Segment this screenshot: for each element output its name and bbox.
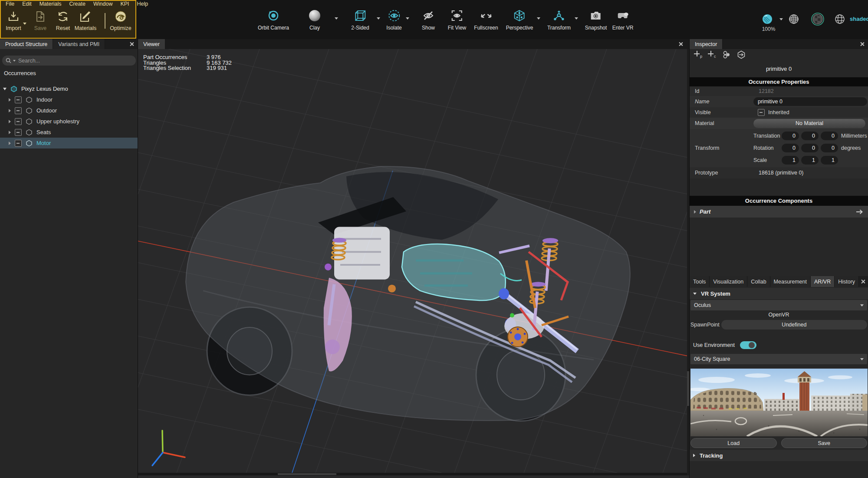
import-button[interactable]: Import (1, 9, 26, 31)
scale-z-field[interactable]: 1 (821, 156, 838, 165)
tree-row-motor[interactable]: Motor (0, 138, 138, 148)
vr-system-select[interactable]: Oculus (690, 300, 867, 310)
add-property-button[interactable]: p (694, 51, 702, 59)
expand-icon[interactable] (9, 109, 11, 112)
isolate-dropdown-caret-icon[interactable] (406, 17, 409, 20)
tab-measurement[interactable]: Measurement (770, 276, 811, 287)
render-dropdown-caret-icon[interactable] (779, 18, 783, 20)
save-button[interactable]: Save (28, 9, 53, 31)
goto-part-arrow-icon[interactable] (856, 209, 863, 214)
rotation-z-field[interactable]: 0 (821, 144, 838, 152)
tab-viewer[interactable]: Viewer (138, 39, 165, 49)
rotation-y-field[interactable]: 0 (801, 144, 819, 152)
orbit-camera-button[interactable]: Orbit Camera (258, 9, 289, 31)
menu-edit[interactable]: Edit (18, 1, 36, 7)
left-panel-close-icon[interactable] (129, 42, 134, 46)
enter-vr-button[interactable]: Enter VR (612, 9, 634, 31)
isolate-button[interactable]: Isolate (386, 9, 401, 31)
two-sided-icon (354, 9, 367, 23)
globe-checker-icon[interactable] (811, 12, 825, 26)
expand-icon[interactable] (9, 120, 11, 123)
two-sided-button[interactable]: 2-Sided (351, 9, 369, 31)
spawnpoint-button[interactable]: Undefined (721, 320, 867, 330)
scale-y-field[interactable]: 1 (801, 156, 819, 165)
material-button[interactable]: No Material (753, 119, 865, 128)
globe-wire-icon[interactable] (788, 13, 799, 25)
snapshot-button[interactable]: Snapshot (585, 9, 607, 31)
clay-dropdown-caret-icon[interactable] (335, 17, 338, 20)
menu-kpi[interactable]: KPI (116, 1, 133, 7)
expand-icon[interactable] (694, 210, 696, 214)
add-component-button[interactable]: c (708, 51, 716, 59)
viewport-canvas[interactable]: Part Occurrences3 976 Triangles9 163 732… (138, 49, 689, 475)
tree-row-outdoor[interactable]: Outdoor (0, 105, 138, 116)
search-input[interactable] (17, 57, 132, 64)
translation-y-field[interactable]: 0 (801, 132, 819, 140)
scale-x-field[interactable]: 1 (782, 156, 799, 165)
translation-x-field[interactable]: 0 (782, 132, 799, 140)
tree-row-upper-upholestry[interactable]: Upper upholestry (0, 116, 138, 127)
environment-select[interactable]: 06-City Square (690, 354, 867, 364)
tab-product-structure[interactable]: Product Structure (0, 39, 53, 49)
tab-variants-pmi[interactable]: Variants and PMI (53, 39, 105, 49)
visibility-checkbox[interactable] (15, 118, 22, 125)
two-sided-dropdown-caret-icon[interactable] (377, 17, 380, 20)
tab-arvr[interactable]: AR/VR (811, 276, 835, 287)
tab-collab[interactable]: Collab (747, 276, 770, 287)
visibility-checkbox[interactable] (15, 96, 22, 103)
horizontal-scrollbar[interactable] (138, 473, 689, 475)
rotation-x-field[interactable]: 0 (782, 144, 799, 152)
optimize-button[interactable]: Optimize (108, 9, 133, 31)
menu-help[interactable]: Help (133, 1, 152, 7)
tab-history[interactable]: History (835, 276, 859, 287)
load-button[interactable]: Load (690, 438, 777, 448)
menu-window[interactable]: Window (89, 1, 116, 7)
visibility-checkbox[interactable] (15, 140, 22, 147)
transform-button[interactable]: Transform (547, 9, 571, 31)
inherited-checkbox[interactable] (758, 109, 765, 116)
expand-icon[interactable] (9, 142, 11, 145)
menu-create[interactable]: Create (65, 1, 89, 7)
bottom-panel-close-icon[interactable] (861, 279, 865, 284)
visibility-checkbox[interactable] (15, 107, 22, 114)
menu-file[interactable]: File (2, 1, 18, 7)
import-dropdown-caret-icon[interactable] (23, 23, 26, 25)
inspector-close-icon[interactable] (860, 42, 865, 46)
visibility-checkbox[interactable] (15, 129, 22, 136)
render-sphere-icon[interactable] (761, 13, 773, 25)
reset-button[interactable]: Reset (50, 9, 76, 31)
tree-row-root[interactable]: Pixyz Lexus Demo (0, 83, 138, 94)
collapse-icon[interactable] (3, 88, 7, 90)
tab-inspector[interactable]: Inspector (690, 39, 723, 49)
materials-button[interactable]: Materials (73, 9, 98, 31)
tree-row-seats[interactable]: Seats (0, 127, 138, 138)
translation-z-field[interactable]: 0 (821, 132, 838, 140)
transform-dropdown-caret-icon[interactable] (575, 17, 578, 20)
tracking-section-header[interactable]: Tracking (690, 450, 868, 461)
fit-view-button[interactable]: Fit View (448, 9, 466, 31)
use-environment-toggle[interactable] (740, 341, 756, 349)
environment-buttons: Load Save (690, 438, 867, 448)
clay-button[interactable]: Clay (309, 9, 320, 31)
save-environment-button[interactable]: Save (781, 438, 868, 448)
menu-materials[interactable]: Materials (36, 1, 66, 7)
show-prototype-icon[interactable] (722, 51, 731, 59)
tab-tools[interactable]: Tools (690, 276, 710, 287)
globe-outline-icon[interactable] (834, 13, 845, 25)
name-field[interactable]: primitive 0 (753, 97, 867, 106)
render-mode-label[interactable]: shaded (850, 16, 868, 22)
search-filter-caret-icon[interactable] (13, 60, 16, 62)
horizontal-scrollbar-thumb[interactable] (278, 473, 336, 475)
tab-visualization[interactable]: Visualization (710, 276, 747, 287)
perspective-button[interactable]: Perspective (506, 9, 533, 31)
expand-icon[interactable] (9, 131, 11, 134)
expand-icon[interactable] (9, 98, 11, 102)
fullscreen-button[interactable]: Fullscreen (474, 9, 498, 31)
viewer-close-icon[interactable] (678, 42, 683, 46)
tree-row-indoor[interactable]: Indoor (0, 94, 138, 105)
perspective-dropdown-caret-icon[interactable] (537, 17, 540, 20)
vr-system-section-header[interactable]: VR System (690, 288, 868, 299)
goto-occurrence-icon[interactable] (737, 50, 746, 59)
component-part-row[interactable]: Part (690, 206, 868, 218)
show-button[interactable]: Show (422, 9, 435, 31)
